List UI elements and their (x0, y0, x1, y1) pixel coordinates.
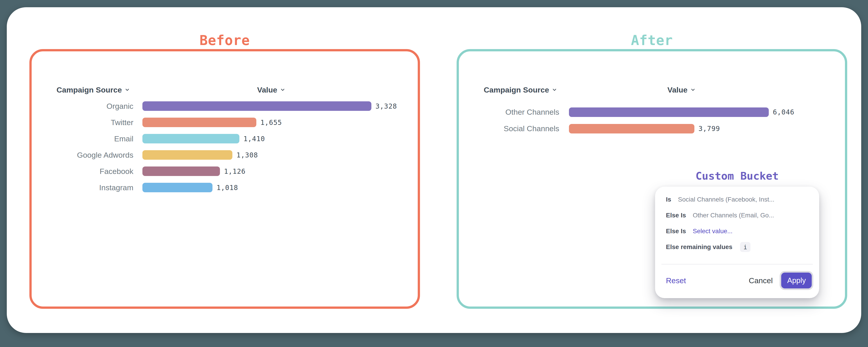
row-bar[interactable] (143, 167, 220, 176)
rule-value[interactable]: Other Channels (Email, Go... (693, 212, 774, 219)
row-value: 1,018 (217, 184, 238, 192)
row-label: Instagram (32, 183, 133, 192)
rule-keyword: Else Is (666, 212, 686, 219)
row-bar[interactable] (143, 150, 232, 160)
before-panel: Campaign Source Value Organic 3,328 Twit… (29, 49, 420, 309)
before-table-rows: Organic 3,328 Twitter 1,655 Email 1,410 … (32, 98, 418, 196)
after-title: After (457, 33, 847, 47)
row-label: Other Channels (459, 108, 559, 116)
table-row: Instagram 1,018 (32, 179, 418, 196)
row-bar[interactable] (143, 183, 213, 192)
popup-divider (661, 264, 813, 264)
row-value: 1,126 (224, 167, 246, 175)
bucket-rule: Else remaining values i (666, 239, 811, 255)
custom-bucket-popup: Is Social Channels (Facebook, Inst... El… (655, 186, 819, 298)
campaign-source-header[interactable]: Campaign Source (484, 85, 557, 95)
value-header-label: Value (668, 86, 688, 94)
row-bar[interactable] (569, 124, 694, 134)
rule-value[interactable]: Social Channels (Facebook, Inst... (678, 196, 774, 203)
row-bar[interactable] (143, 118, 256, 127)
chevron-down-icon (552, 87, 557, 92)
row-value: 3,799 (699, 125, 720, 133)
row-value: 1,308 (237, 151, 258, 159)
rule-value[interactable]: Select value... (693, 228, 733, 235)
campaign-source-header[interactable]: Campaign Source (57, 85, 130, 95)
table-row: Email 1,410 (32, 131, 418, 147)
value-header[interactable]: Value (668, 85, 696, 95)
campaign-source-header-label: Campaign Source (484, 86, 549, 94)
bucket-rules: Is Social Channels (Facebook, Inst... El… (666, 192, 811, 255)
chevron-down-icon (690, 87, 695, 92)
row-bar[interactable] (143, 102, 371, 111)
table-row: Facebook 1,126 (32, 163, 418, 179)
rule-keyword: Else Is (666, 228, 686, 235)
before-title: Before (29, 33, 420, 47)
row-value: 1,410 (243, 135, 265, 143)
popup-footer: Reset Cancel Apply (666, 268, 812, 293)
bucket-rule: Else Is Select value... (666, 223, 811, 239)
rule-keyword: Is (666, 196, 671, 203)
row-bar[interactable] (569, 108, 769, 117)
page-background: Before After Campaign Source Value Organ… (0, 0, 868, 347)
row-label: Email (32, 134, 133, 143)
table-row: Twitter 1,655 (32, 114, 418, 131)
row-label: Organic (32, 102, 133, 111)
apply-button[interactable]: Apply (781, 272, 812, 288)
row-value: 1,655 (260, 118, 282, 126)
bucket-rule: Else Is Other Channels (Email, Go... (666, 207, 811, 223)
reset-button[interactable]: Reset (666, 276, 686, 285)
content-card: Before After Campaign Source Value Organ… (7, 7, 861, 333)
row-value: 3,328 (375, 102, 397, 110)
row-label: Google Adwords (32, 151, 133, 160)
custom-bucket-title: Custom Bucket (655, 171, 819, 181)
row-label: Twitter (32, 118, 133, 127)
row-bar[interactable] (143, 134, 239, 143)
table-row: Other Channels 6,046 (459, 104, 845, 120)
rule-keyword: Else remaining values (666, 243, 733, 251)
row-label: Social Channels (459, 124, 559, 133)
row-value: 6,046 (773, 108, 794, 116)
chevron-down-icon (280, 87, 285, 92)
table-row: Social Channels 3,799 (459, 120, 845, 137)
info-icon[interactable]: i (740, 242, 750, 252)
row-label: Facebook (32, 167, 133, 176)
value-header-label: Value (257, 86, 277, 94)
value-header[interactable]: Value (257, 85, 285, 95)
table-row: Organic 3,328 (32, 98, 418, 114)
chevron-down-icon (125, 87, 130, 92)
campaign-source-header-label: Campaign Source (57, 86, 122, 94)
bucket-rule: Is Social Channels (Facebook, Inst... (666, 192, 811, 207)
cancel-button[interactable]: Cancel (749, 276, 773, 285)
after-table-rows: Other Channels 6,046 Social Channels 3,7… (459, 104, 845, 137)
table-row: Google Adwords 1,308 (32, 147, 418, 163)
